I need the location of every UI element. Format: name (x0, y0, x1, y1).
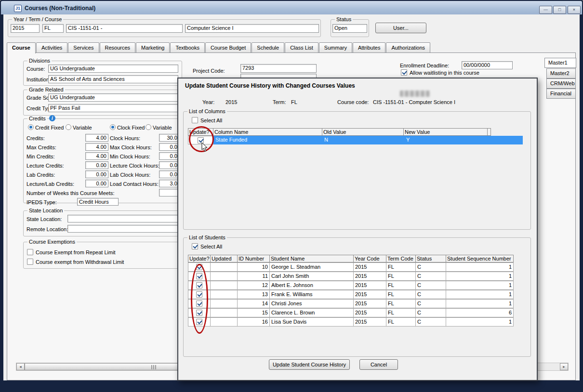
tab-attributes[interactable]: Attributes (353, 42, 385, 52)
state-location-field[interactable] (67, 215, 178, 222)
tab-summary[interactable]: Summary (319, 42, 352, 52)
credit-fixed-radio[interactable] (28, 124, 34, 130)
scrollbar-grip (151, 365, 157, 369)
waitlist-checkbox-label: Allow waitlisting in this course (410, 70, 479, 76)
year-field[interactable]: 2015 (11, 24, 40, 33)
dialog-term-value: FL (291, 99, 297, 105)
lecture-lab-credits-field[interactable]: 0.00 (85, 180, 108, 187)
update-course-history-dialog: Update Student Course History with Chang… (177, 78, 538, 381)
user-button[interactable]: User... (375, 23, 426, 33)
weeks-label: Number of Weeks this Course Meets: (26, 190, 115, 196)
max-clock-hours-label: Max Clock Hours: (110, 144, 152, 151)
min-clock-hours-label: Min Clock Hours: (110, 154, 150, 160)
scroll-right-button-icon[interactable]: ► (560, 363, 568, 370)
clock-fixed-radio-label: Clock Fixed (117, 125, 145, 131)
credit-fixed-radio-label: Credit Fixed (35, 125, 64, 131)
tab-class-list[interactable]: Class List (285, 42, 318, 52)
window-title: Courses (Non-Traditional) (25, 5, 95, 12)
side-tab-master1[interactable]: Master1 (544, 58, 576, 68)
lab-credits-field[interactable]: 0.00 (85, 170, 108, 178)
dialog-course-code-value: CIS -1151-01 - Computer Science I (373, 99, 455, 105)
min-credits-field[interactable]: 4.00 (85, 152, 108, 160)
credit-variable-radio-label: Variable (73, 125, 92, 131)
credits-label: Credits: (26, 135, 45, 142)
project-code-field[interactable]: 7293 (240, 64, 317, 73)
students-select-all-checkbox[interactable] (192, 243, 198, 249)
tab-resources[interactable]: Resources (100, 42, 136, 52)
tab-schedule[interactable]: Schedule (252, 42, 284, 52)
title-bar: J1 Courses (Non-Traditional) — □ × (1, 1, 582, 14)
repeat-limit-checkbox-label: Course Exempt from Repeat Limit (36, 249, 116, 256)
tab-marketing[interactable]: Marketing (136, 42, 170, 52)
list-of-columns-group: List of Columns (183, 111, 531, 230)
app-icon: J1 (14, 5, 22, 12)
status-field[interactable]: Open (332, 24, 367, 33)
load-contact-hours-label: Load Contact Hours: (110, 181, 159, 187)
lecture-credits-field[interactable]: 0.00 (85, 161, 108, 169)
tab-activities[interactable]: Activities (36, 42, 67, 52)
enrollment-deadline-field[interactable]: 00/00/0000 (462, 61, 513, 69)
ipeds-type-label: IPEDS Type: (26, 199, 57, 206)
tab-services[interactable]: Services (68, 42, 99, 52)
tab-course-budget[interactable]: Course Budget (205, 42, 251, 52)
state-location-label: State Location: (26, 216, 62, 222)
term-field[interactable]: FL (42, 24, 64, 33)
lecture-clock-hours-label: Lecture Clock Hours: (110, 163, 159, 169)
divisions-group-label: Divisions (27, 58, 52, 64)
institutional-field[interactable]: AS School of Arts and Sciences (48, 75, 178, 83)
year-term-course-group-label: Year / Term / Course (12, 16, 63, 23)
remote-location-field[interactable] (67, 225, 178, 233)
ipeds-type-field[interactable]: Credit Hours (77, 198, 119, 206)
dialog-title: Update Student Course History with Chang… (185, 82, 355, 89)
minimize-button-icon[interactable]: — (539, 6, 552, 14)
cancel-button[interactable]: Cancel (359, 359, 398, 370)
credits-field[interactable]: 4.00 (85, 134, 108, 142)
division-course-field[interactable]: UG Undergraduate (48, 65, 178, 73)
course-exemptions-group-label: Course Exemptions (27, 239, 77, 245)
max-credits-field[interactable]: 4.00 (85, 143, 108, 151)
clock-fixed-radio[interactable] (110, 124, 116, 130)
repeat-limit-checkbox[interactable] (27, 249, 33, 255)
withdrawal-limit-checkbox-label: Course exempt from Withdrawal Limit (36, 259, 124, 265)
tab-course[interactable]: Course (7, 42, 36, 53)
credit-variable-radio[interactable] (66, 124, 71, 130)
list-of-students-group-label: List of Students (187, 235, 227, 241)
side-tab-financial[interactable]: Financial (546, 89, 576, 99)
dialog-year-label: Year: (202, 99, 214, 105)
lecture-lab-credits-label: Lecture/Lab Credits: (26, 181, 74, 187)
maximize-button-icon[interactable]: □ (553, 6, 566, 14)
tab-textbooks[interactable]: Textbooks (170, 42, 205, 52)
enrollment-deadline-label: Enrollment Deadline: (400, 63, 449, 69)
columns-select-all-label: Select All (200, 118, 222, 124)
max-credits-label: Max Credits: (26, 144, 56, 151)
min-credits-label: Min Credits: (26, 154, 55, 160)
info-icon[interactable]: i (49, 115, 55, 121)
waitlist-checkbox[interactable] (401, 69, 407, 76)
dialog-term-label: Term: (273, 99, 286, 105)
lab-credits-label: Lab Credits: (26, 172, 55, 178)
dialog-course-code-label: Course code: (337, 99, 369, 105)
redacted-text (400, 91, 430, 97)
scroll-left-button-icon[interactable]: ◄ (16, 363, 25, 370)
withdrawal-limit-checkbox[interactable] (27, 259, 33, 265)
update-student-course-history-button[interactable]: Update Student Course History (269, 359, 350, 370)
students-select-all-label: Select All (200, 244, 222, 250)
list-of-columns-group-label: List of Columns (187, 108, 227, 115)
columns-select-all-checkbox[interactable] (192, 117, 198, 123)
credit-type-field[interactable]: PF Pass Fail (48, 104, 178, 112)
grade-scale-field[interactable]: UG Undergraduate (48, 93, 178, 102)
side-tab-crm-web[interactable]: CRM/Web (546, 78, 576, 89)
tab-authorizations[interactable]: Authorizations (386, 42, 430, 52)
clock-hours-label: Clock Hours: (110, 135, 140, 142)
grade-related-group-label: Grade Related (27, 87, 65, 93)
course-code-field[interactable]: CIS -1151-01 - (66, 24, 183, 33)
close-button-icon[interactable]: × (568, 6, 581, 14)
course-title-field[interactable]: Computer Science I (185, 24, 319, 33)
app-window: J1 Courses (Non-Traditional) — □ × Year … (0, 0, 583, 392)
mouse-cursor (201, 142, 208, 152)
dialog-year-value: 2015 (225, 99, 237, 105)
state-location-group-label: State Location (27, 208, 64, 214)
clock-variable-radio[interactable] (146, 124, 151, 130)
credits-group-label: Credits (27, 116, 47, 122)
side-tab-master2[interactable]: Master2 (546, 68, 576, 78)
